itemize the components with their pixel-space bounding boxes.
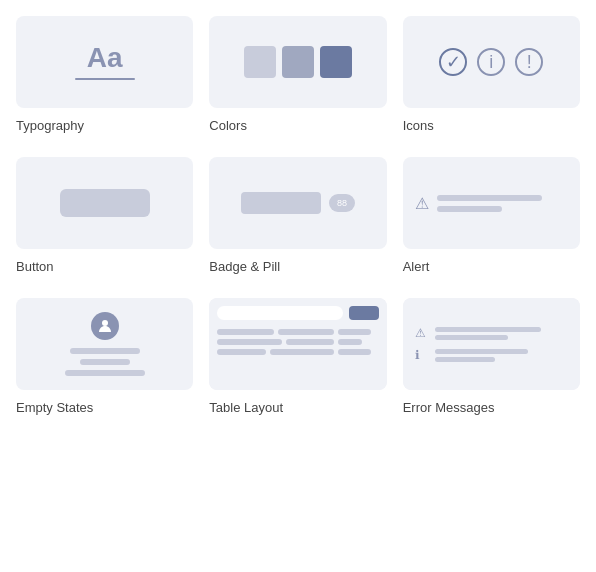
empty-lines <box>65 348 145 376</box>
card-button[interactable]: Button <box>16 157 193 274</box>
color-swatch-mid <box>282 46 314 78</box>
card-alert-label: Alert <box>403 259 430 274</box>
card-alert[interactable]: ⚠ Alert <box>403 157 580 274</box>
alert-line-short <box>437 206 503 212</box>
card-error-messages[interactable]: ⚠ ℹ Error Messages <box>403 298 580 415</box>
table-row-1 <box>217 329 378 335</box>
card-colors-label: Colors <box>209 118 247 133</box>
cell-2b <box>286 339 334 345</box>
table-preview <box>209 298 386 390</box>
cell-1a <box>217 329 273 335</box>
check-circle-icon: ✓ <box>439 48 467 76</box>
button-preview-icon <box>60 189 150 217</box>
card-colors[interactable]: Colors <box>209 16 386 133</box>
svg-point-0 <box>102 320 108 326</box>
warning-circle-icon: ! <box>515 48 543 76</box>
error-row-1: ⚠ <box>415 326 568 340</box>
color-swatch-light <box>244 46 276 78</box>
thumbnail-empty-states <box>16 298 193 390</box>
card-empty-states-label: Empty States <box>16 400 93 415</box>
thumbnail-icons: ✓ i ! <box>403 16 580 108</box>
card-icons-label: Icons <box>403 118 434 133</box>
empty-line-2 <box>80 359 130 365</box>
error-line-2b <box>435 357 495 362</box>
card-empty-states[interactable]: Empty States <box>16 298 193 415</box>
error-info-icon: ℹ <box>415 348 429 362</box>
card-badge-pill[interactable]: 88 Badge & Pill <box>209 157 386 274</box>
cell-3a <box>217 349 265 355</box>
thumbnail-badge-pill: 88 <box>209 157 386 249</box>
card-typography[interactable]: Aa Typography <box>16 16 193 133</box>
cell-3c <box>338 349 370 355</box>
thumbnail-alert: ⚠ <box>403 157 580 249</box>
card-button-label: Button <box>16 259 54 274</box>
error-lines-2 <box>435 349 568 362</box>
empty-line-1 <box>70 348 140 354</box>
table-search-bar <box>217 306 342 320</box>
table-row-3 <box>217 349 378 355</box>
card-error-messages-label: Error Messages <box>403 400 495 415</box>
table-header-row <box>209 298 386 325</box>
card-icons[interactable]: ✓ i ! Icons <box>403 16 580 133</box>
component-grid: Aa Typography Colors ✓ i ! Icons Button <box>16 16 580 415</box>
thumbnail-colors <box>209 16 386 108</box>
thumbnail-error-messages: ⚠ ℹ <box>403 298 580 390</box>
error-line-2a <box>435 349 528 354</box>
alert-triangle-icon: ⚠ <box>415 194 429 213</box>
alert-line-long <box>437 195 542 201</box>
cell-1c <box>338 329 370 335</box>
error-warning-icon-1: ⚠ <box>415 326 429 340</box>
thumbnail-typography: Aa <box>16 16 193 108</box>
card-badge-pill-label: Badge & Pill <box>209 259 280 274</box>
alert-lines <box>437 195 568 212</box>
empty-line-3 <box>65 370 145 376</box>
cell-1b <box>278 329 334 335</box>
error-preview: ⚠ ℹ <box>403 298 580 390</box>
typography-aa-icon: Aa <box>87 44 123 72</box>
info-circle-icon: i <box>477 48 505 76</box>
color-swatch-dark <box>320 46 352 78</box>
pill-icon: 88 <box>329 194 355 212</box>
error-line-1a <box>435 327 542 332</box>
card-table-layout-label: Table Layout <box>209 400 283 415</box>
card-table-layout[interactable]: Table Layout <box>209 298 386 415</box>
table-row-2 <box>217 339 378 345</box>
table-action-btn <box>349 306 379 320</box>
cell-2c <box>338 339 362 345</box>
table-rows <box>209 325 386 390</box>
error-row-2: ℹ <box>415 348 568 362</box>
card-typography-label: Typography <box>16 118 84 133</box>
typography-line-icon <box>75 78 135 80</box>
cell-3b <box>270 349 335 355</box>
thumbnail-table-layout <box>209 298 386 390</box>
empty-avatar-icon <box>91 312 119 340</box>
error-lines-1 <box>435 327 568 340</box>
cell-2a <box>217 339 282 345</box>
thumbnail-button <box>16 157 193 249</box>
error-line-1b <box>435 335 508 340</box>
badge-bar-icon <box>241 192 321 214</box>
